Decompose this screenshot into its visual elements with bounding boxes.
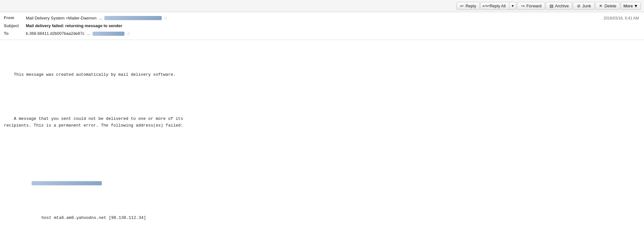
reply-icon: ↩ xyxy=(460,4,464,8)
more-button[interactable]: More ▼ xyxy=(621,2,641,10)
body-intro: This message was created automatically b… xyxy=(4,65,640,85)
reply-button[interactable]: ↩ Reply xyxy=(456,2,480,10)
from-value: Mail Delivery System <Mailer-Daemon… ☆ xyxy=(26,15,168,21)
to-label: To xyxy=(4,30,25,37)
from-star-icon[interactable]: ☆ xyxy=(164,15,168,21)
forward-icon: ↪ xyxy=(520,4,525,8)
more-arrow-icon: ▼ xyxy=(634,4,638,8)
archive-label: Archive xyxy=(555,4,569,8)
to-email-blurred xyxy=(93,32,124,36)
host-line: host mta6.am0.yahoodns.net [98.138.112.3… xyxy=(17,208,640,228)
junk-icon: ⊘ xyxy=(576,4,581,8)
to-value: b.368.68411.d2b007baa2de87c… ☆ xyxy=(26,30,131,37)
to-address-end: … xyxy=(86,30,91,37)
reply-all-button[interactable]: ↩↩ Reply All xyxy=(480,2,509,10)
junk-label: Junk xyxy=(582,4,591,8)
subject-row: Subject Mail delivery failed: returning … xyxy=(4,22,640,30)
archive-button[interactable]: ▤ Archive xyxy=(546,2,572,10)
delete-icon: ✕ xyxy=(599,4,603,8)
reply-all-label: Reply All xyxy=(490,4,506,8)
subject-label: Subject xyxy=(4,23,25,29)
email-timestamp: 2016/03/16, 6:41 AM xyxy=(603,15,640,21)
forward-label: Forward xyxy=(526,4,542,8)
archive-icon: ▤ xyxy=(549,4,554,8)
email-body: This message was created automatically b… xyxy=(0,40,644,232)
from-name-end: … xyxy=(98,15,102,21)
subject-text: Mail delivery failed: returning message … xyxy=(26,23,122,29)
from-row: From Mail Delivery System <Mailer-Daemon… xyxy=(4,14,640,22)
to-address: b.368.68411.d2b007baa2de87c xyxy=(26,30,85,37)
email-toolbar: ↩ Reply ↩↩ Reply All ▼ ↪ Forward ▤ Archi… xyxy=(0,0,644,12)
failed-address-blurred-container xyxy=(17,174,640,193)
dropdown-arrow-icon: ▼ xyxy=(511,4,514,8)
failed-address-blurred xyxy=(32,181,102,185)
reply-all-dropdown[interactable]: ▼ xyxy=(509,2,517,10)
body-para1: A message that you sent could not be del… xyxy=(4,109,640,136)
reply-all-icon: ↩↩ xyxy=(484,4,488,8)
subject-value: Mail delivery failed: returning message … xyxy=(26,23,122,29)
to-row: To b.368.68411.d2b007baa2de87c… ☆ xyxy=(4,30,640,38)
forward-button[interactable]: ↪ Forward xyxy=(517,2,545,10)
body-address-block: host mta6.am0.yahoodns.net [98.138.112.3… xyxy=(17,160,640,232)
email-headers: From Mail Delivery System <Mailer-Daemon… xyxy=(0,12,644,40)
para1-text: A message that you sent could not be del… xyxy=(4,116,183,128)
from-email-blurred xyxy=(104,16,162,20)
reply-label: Reply xyxy=(466,4,476,8)
to-star-icon[interactable]: ☆ xyxy=(126,30,131,37)
reply-all-group: ↩↩ Reply All ▼ xyxy=(480,2,516,10)
delete-label: Delete xyxy=(604,4,617,8)
from-name: Mail Delivery System <Mailer-Daemon xyxy=(26,15,96,21)
delete-button[interactable]: ✕ Delete xyxy=(595,2,620,10)
from-label: From xyxy=(4,15,25,21)
intro-text: This message was created automatically b… xyxy=(14,72,176,77)
junk-button[interactable]: ⊘ Junk xyxy=(573,2,594,10)
more-label: More xyxy=(624,4,633,8)
